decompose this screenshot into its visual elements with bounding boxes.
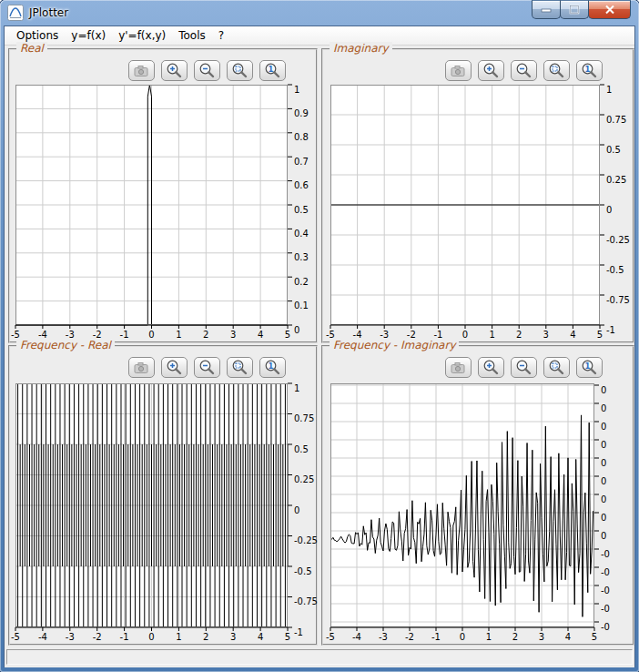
svg-text:-0.5: -0.5	[606, 265, 624, 275]
svg-text:5: 5	[285, 632, 290, 642]
zoom-minus-magnifier-icon	[198, 359, 217, 377]
plot-imaginary[interactable]: -5-4-3-2-101234510.750.50.250-0.25-0.5-0…	[330, 85, 633, 343]
svg-text:3: 3	[230, 330, 236, 340]
export-image-button[interactable]	[128, 357, 155, 378]
zoom-out-button[interactable]	[194, 357, 220, 378]
zoom-one-button[interactable]: 1	[576, 60, 603, 81]
minimize-button[interactable]	[532, 0, 561, 19]
maximize-button[interactable]	[560, 0, 589, 19]
zoom-plus-magnifier-icon	[482, 62, 501, 80]
svg-text:3: 3	[543, 330, 549, 340]
svg-text:-0: -0	[601, 567, 610, 577]
svg-text:0: 0	[601, 440, 606, 450]
svg-text:0: 0	[460, 632, 465, 642]
svg-text:0.25: 0.25	[606, 175, 626, 185]
zoom-fit-magnifier-icon	[547, 62, 566, 80]
menu-tools[interactable]: Tools	[172, 27, 212, 44]
svg-text:0.6: 0.6	[294, 180, 309, 190]
zoom-in-button[interactable]	[478, 357, 504, 378]
menu-y-fx[interactable]: y=f(x)	[65, 27, 112, 44]
plot-toolbar-imaginary: 1	[445, 60, 603, 81]
plot-freq-real[interactable]: -5-4-3-2-101234510.750.50.250-0.25-0.5-0…	[15, 383, 320, 646]
jplotter-window: JPlotter Optionsy=f(x)y'=f(x,y)Tools?	[0, 0, 639, 672]
export-image-button[interactable]	[128, 60, 155, 81]
svg-text:4: 4	[258, 330, 263, 340]
plot-freq-imaginary[interactable]: -5-4-3-2-1012345000000000-0-0-0-0-0	[330, 383, 627, 646]
svg-text:-3: -3	[66, 632, 75, 642]
svg-text:0: 0	[601, 494, 606, 504]
svg-text:0: 0	[294, 325, 299, 335]
menu-yprime-fxy[interactable]: y'=f(x,y)	[112, 27, 172, 44]
zoom-fit-button[interactable]	[227, 357, 253, 378]
svg-text:0.25: 0.25	[294, 474, 314, 484]
panel-title-imaginary: Imaginary	[330, 42, 392, 55]
window-title: JPlotter	[29, 6, 68, 19]
plot-toolbar-real: 1	[128, 60, 286, 81]
zoom-one-magnifier-icon: 1	[263, 62, 282, 80]
svg-text:5: 5	[592, 632, 597, 642]
panel-freq-imaginary: Frequency - Imaginary1-5-4-3-2-101234500…	[321, 345, 634, 646]
svg-text:-1: -1	[606, 325, 615, 335]
svg-text:0.2: 0.2	[294, 277, 309, 287]
menu-help[interactable]: ?	[212, 27, 230, 44]
svg-text:0.1: 0.1	[294, 300, 309, 311]
zoom-out-button[interactable]	[194, 60, 220, 81]
svg-text:-4: -4	[352, 632, 361, 642]
svg-text:0.8: 0.8	[294, 132, 309, 142]
camera-icon	[449, 359, 468, 377]
status-bar	[6, 649, 633, 665]
zoom-in-button[interactable]	[161, 60, 188, 81]
zoom-in-button[interactable]	[161, 357, 188, 378]
zoom-fit-button[interactable]	[227, 60, 253, 81]
svg-text:2: 2	[516, 330, 522, 340]
svg-text:4: 4	[258, 632, 263, 642]
close-button[interactable]	[588, 0, 631, 19]
zoom-minus-magnifier-icon	[514, 62, 533, 80]
svg-text:0.5: 0.5	[294, 205, 309, 215]
svg-text:4: 4	[565, 632, 571, 642]
zoom-in-button[interactable]	[478, 60, 504, 81]
svg-text:0.5: 0.5	[294, 444, 309, 454]
camera-icon	[132, 62, 151, 80]
panel-real: Real1-5-4-3-2-101234510.90.80.70.60.50.4…	[8, 48, 318, 343]
svg-text:0.5: 0.5	[606, 145, 621, 155]
svg-text:5: 5	[597, 330, 603, 340]
panel-freq-real: Frequency - Real1-5-4-3-2-101234510.750.…	[8, 345, 318, 646]
zoom-minus-magnifier-icon	[198, 62, 217, 80]
svg-text:-5: -5	[326, 632, 335, 642]
zoom-one-magnifier-icon: 1	[580, 62, 599, 80]
svg-text:-2: -2	[93, 632, 102, 642]
svg-text:1: 1	[294, 85, 299, 95]
svg-text:1: 1	[585, 361, 591, 370]
svg-text:1: 1	[585, 64, 591, 73]
zoom-fit-magnifier-icon	[547, 359, 566, 377]
zoom-one-button[interactable]: 1	[259, 60, 286, 81]
zoom-one-button[interactable]: 1	[576, 357, 603, 378]
zoom-plus-magnifier-icon	[482, 359, 501, 377]
export-image-button[interactable]	[445, 357, 472, 378]
zoom-one-button[interactable]: 1	[259, 357, 286, 378]
zoom-minus-magnifier-icon	[514, 359, 533, 377]
camera-icon	[449, 62, 468, 80]
svg-text:-0.75: -0.75	[606, 295, 630, 305]
svg-text:5: 5	[285, 330, 290, 340]
svg-text:-3: -3	[379, 632, 388, 642]
plot-toolbar-freq-imaginary: 1	[445, 357, 603, 378]
svg-text:0: 0	[148, 632, 154, 642]
titlebar[interactable]: JPlotter	[0, 0, 639, 25]
maximize-icon	[569, 5, 580, 15]
export-image-button[interactable]	[445, 60, 472, 81]
svg-text:1: 1	[269, 361, 274, 370]
svg-text:3: 3	[539, 632, 544, 642]
zoom-fit-button[interactable]	[543, 357, 570, 378]
plot-real[interactable]: -5-4-3-2-101234510.90.80.70.60.50.40.30.…	[15, 85, 320, 343]
minimize-icon	[541, 5, 552, 14]
zoom-fit-button[interactable]	[543, 60, 570, 81]
zoom-out-button[interactable]	[511, 357, 537, 378]
zoom-out-button[interactable]	[511, 60, 537, 81]
svg-text:1: 1	[294, 383, 299, 393]
svg-text:2: 2	[512, 632, 518, 642]
svg-text:4: 4	[570, 330, 575, 340]
camera-icon	[132, 359, 151, 377]
svg-text:0.3: 0.3	[294, 252, 309, 262]
